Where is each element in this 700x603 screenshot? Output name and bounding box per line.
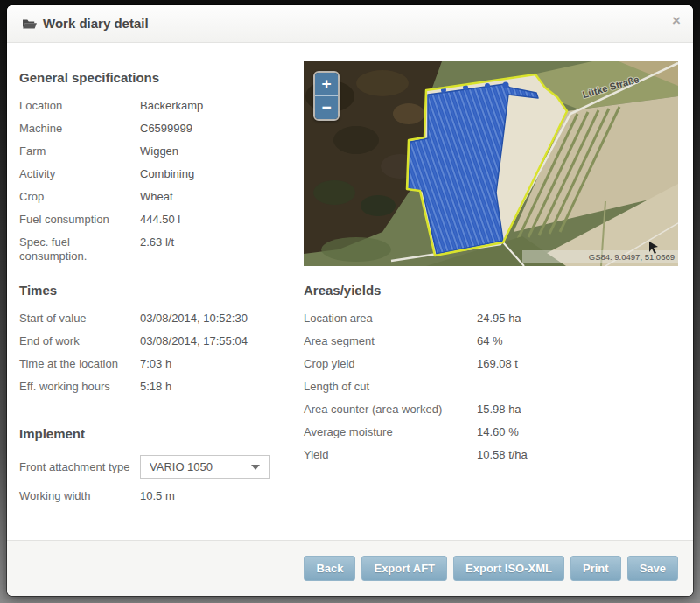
section-heading: Implement <box>19 426 301 441</box>
implement-row-working-width: Working width 10.5 m <box>19 489 301 503</box>
areas-yields-section: Areas/yields Location area 24.95 ha Area… <box>304 283 687 471</box>
save-button[interactable]: Save <box>627 556 678 581</box>
diary-folder-icon <box>22 18 38 33</box>
general-specifications-section: General specifications Location Bäckerka… <box>19 70 301 272</box>
area-row-average-moisture: Average moisture 14.60 % <box>304 425 687 439</box>
spec-row-fuel: Fuel consumption 444.50 l <box>19 213 301 227</box>
dialog-title: Work diary detail <box>43 16 149 31</box>
spec-row-machine: Machine C6599999 <box>19 122 301 136</box>
field-map[interactable]: Lütke Straße GS84: 9.0497, 51.0669 + − <box>304 61 678 266</box>
spec-row-crop: Crop Wheat <box>19 190 301 204</box>
dialog-footer: Back Export AFT Export ISO-XML Print Sav… <box>7 540 693 596</box>
dialog-header: Work diary detail × <box>7 5 693 43</box>
time-row-start: Start of value 03/08/2014, 10:52:30 <box>19 312 301 326</box>
times-section: Times Start of value 03/08/2014, 10:52:3… <box>19 283 301 403</box>
area-row-area-segment: Area segment 64 % <box>304 334 687 348</box>
back-button[interactable]: Back <box>304 556 355 581</box>
spec-row-activity: Activity Combining <box>19 167 301 181</box>
implement-row-front-attachment: Front attachment type VARIO 1050 <box>19 455 301 479</box>
section-heading: Areas/yields <box>304 283 687 298</box>
area-row-yield: Yield 10.58 t/ha <box>304 448 687 462</box>
front-attachment-select[interactable]: VARIO 1050 <box>140 455 270 479</box>
close-icon[interactable]: × <box>672 13 681 29</box>
work-diary-dialog: Work diary detail × General specificatio… <box>7 5 693 596</box>
front-attachment-selected-value: VARIO 1050 <box>150 460 213 473</box>
spec-row-farm: Farm Wiggen <box>19 144 301 158</box>
area-row-location-area: Location area 24.95 ha <box>304 312 687 326</box>
chevron-down-icon <box>251 465 260 470</box>
section-heading: Times <box>19 283 301 298</box>
zoom-in-button[interactable]: + <box>315 73 338 95</box>
spec-row-location: Location Bäckerkamp <box>19 99 301 113</box>
zoom-out-button[interactable]: − <box>315 95 338 119</box>
export-aft-button[interactable]: Export AFT <box>361 556 447 581</box>
export-iso-xml-button[interactable]: Export ISO-XML <box>453 556 564 581</box>
area-row-area-counter: Area counter (area worked) 15.98 ha <box>304 403 687 417</box>
print-button[interactable]: Print <box>570 556 621 581</box>
section-heading: General specifications <box>19 70 301 85</box>
implement-section: Implement Front attachment type VARIO 10… <box>19 426 301 512</box>
spec-row-spec-fuel: Spec. fuel consumption. 2.63 l/t <box>19 235 301 263</box>
area-row-length-of-cut: Length of cut <box>304 380 687 394</box>
map-image: Lütke Straße GS84: 9.0497, 51.0669 <box>304 61 678 266</box>
time-row-at-location: Time at the location 7:03 h <box>19 357 301 371</box>
area-row-crop-yield: Crop yield 169.08 t <box>304 357 687 371</box>
map-coordinates: GS84: 9.0497, 51.0669 <box>589 252 675 262</box>
map-zoom-control: + − <box>313 71 340 121</box>
time-row-end: End of work 03/08/2014, 17:55:04 <box>19 334 301 348</box>
time-row-working-hours: Eff. working hours 5:18 h <box>19 380 301 394</box>
